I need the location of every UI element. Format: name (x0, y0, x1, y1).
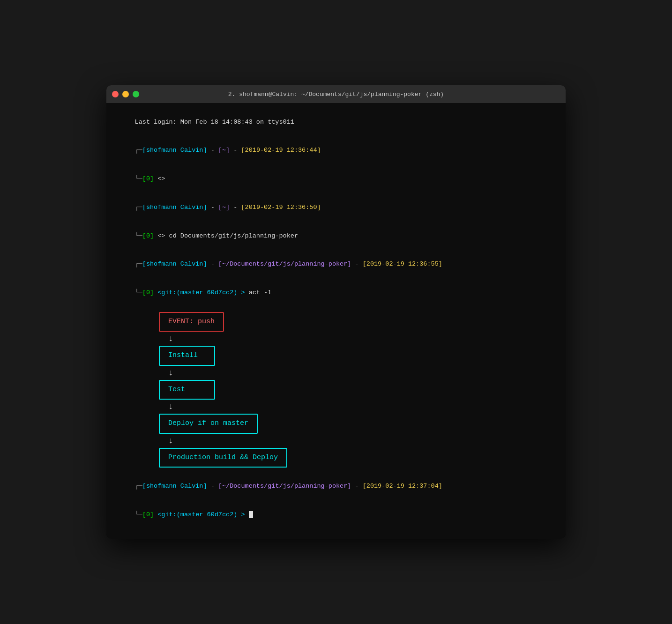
title-bar: 2. shofmann@Calvin: ~/Documents/git/js/p… (106, 85, 566, 103)
install-box: Install (159, 346, 215, 366)
arrow-1: ↓ (168, 334, 173, 343)
production-box: Production build && Deploy (159, 448, 287, 468)
deploy-box: Deploy if on master (159, 414, 258, 434)
cmd-line-3: └─[0] <git:(master 60d7cc2) > act -l (112, 279, 560, 307)
login-line: Last login: Mon Feb 18 14:08:43 on ttys0… (112, 108, 560, 136)
final-prompt-line: ┌─[shofmann Calvin] - [~/Documents/git/j… (112, 472, 560, 501)
diagram-area: EVENT: push ↓ Install ↓ Test ↓ Deploy if… (112, 307, 560, 473)
cmd-line-1: └─[0] <> (112, 165, 560, 193)
event-box: EVENT: push (159, 312, 224, 332)
traffic-lights (112, 91, 139, 97)
cmd-line-2: └─[0] <> cd Documents/git/js/planning-po… (112, 222, 560, 250)
terminal-window: 2. shofmann@Calvin: ~/Documents/git/js/p… (106, 85, 566, 538)
terminal-body[interactable]: Last login: Mon Feb 18 14:08:43 on ttys0… (106, 103, 566, 538)
final-cmd-line: └─[0] <git:(master 60d7cc2) > (112, 501, 560, 529)
arrow-3: ↓ (168, 402, 173, 411)
prompt-line-2: ┌─[shofmann Calvin] - [~] - [2019-02-19 … (112, 193, 560, 222)
prompt-line-1: ┌─[shofmann Calvin] - [~] - [2019-02-19 … (112, 136, 560, 165)
arrow-4: ↓ (168, 437, 173, 445)
window-title: 2. shofmann@Calvin: ~/Documents/git/js/p… (228, 91, 444, 98)
maximize-button[interactable] (133, 91, 139, 97)
arrow-2: ↓ (168, 369, 173, 377)
cursor (249, 511, 253, 518)
test-box: Test (159, 380, 215, 400)
prompt-line-3: ┌─[shofmann Calvin] - [~/Documents/git/j… (112, 250, 560, 279)
minimize-button[interactable] (122, 91, 129, 97)
close-button[interactable] (112, 91, 119, 97)
